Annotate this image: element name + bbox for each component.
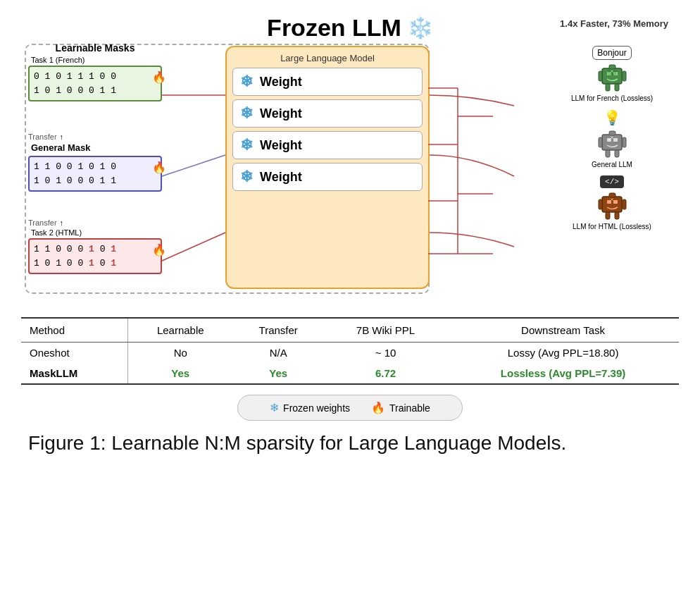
svg-rect-22 — [613, 138, 618, 142]
weight-row-1: ❄ Weight — [232, 68, 423, 96]
weight-label-2: Weight — [260, 106, 302, 121]
general-matrix: 1 1 0 0 1 0 1 0 1 0 1 0 0 0 1 1 🔥 — [28, 156, 162, 192]
task2-label: Task 2 (HTML) — [31, 228, 162, 237]
bonjour-bubble: Bonjour — [592, 46, 631, 60]
maskllm-transfer: Yes — [232, 363, 323, 384]
legend-box: ❄ Frozen weights 🔥 Trainable — [237, 395, 463, 421]
maskllm-downstream: Lossless (Avg PPL=7.39) — [447, 363, 679, 384]
french-robot-icon — [596, 61, 628, 93]
oneshot-learnable: No — [128, 343, 233, 364]
svg-rect-14 — [609, 65, 615, 69]
svg-rect-33 — [623, 199, 626, 209]
table-row-oneshot: Oneshot No N/A ~ 10 Lossy (Avg PPL=18.80… — [21, 343, 679, 364]
weight-row-3: ❄ Weight — [232, 131, 423, 159]
weight-snowflake-4: ❄ — [240, 168, 253, 186]
diagram-area: Frozen LLM ❄️ 1.4x Faster, 73% Memory La… — [21, 14, 679, 310]
figure-caption: Figure 1: Learnable N:M sparsity for Lar… — [21, 431, 679, 456]
task2-fire-icon: 🔥 — [152, 242, 166, 259]
speed-memory-label: 1.4x Faster, 73% Memory — [560, 18, 668, 29]
trainable-legend-item: 🔥 Trainable — [371, 401, 430, 414]
main-container: Frozen LLM ❄️ 1.4x Faster, 73% Memory La… — [0, 0, 700, 470]
svg-line-1 — [162, 155, 225, 176]
caption-text: Figure 1: Learnable N:M sparsity for Lar… — [28, 432, 566, 454]
col-wiki-ppl: 7B Wiki PPL — [324, 318, 447, 343]
task2-section: Transfer ↑ Task 2 (HTML) 1 1 0 0 0 1 0 1… — [28, 218, 162, 277]
weight-label-3: Weight — [260, 138, 302, 153]
task2-row2: 1 0 1 0 0 1 0 1 — [34, 258, 116, 269]
svg-rect-15 — [599, 71, 602, 81]
french-robot-item: Bonjour LLM for French (Lossless) — [549, 46, 675, 102]
table-header-row: Method Learnable Transfer 7B Wiki PPL Do… — [21, 318, 679, 343]
oneshot-transfer: N/A — [232, 343, 323, 364]
title-snowflake-icon: ❄️ — [407, 16, 433, 40]
trainable-legend-label: Trainable — [389, 402, 430, 414]
svg-rect-25 — [623, 137, 626, 147]
col-transfer: Transfer — [232, 318, 323, 343]
right-panel: Bonjour LLM for French (Lossless) — [549, 46, 675, 238]
html-robot-label: LLM for HTML (Lossless) — [573, 223, 651, 230]
general-robot-item: 💡 General LLM — [549, 109, 675, 168]
code-icon: </> — [600, 175, 624, 188]
svg-rect-18 — [615, 84, 619, 91]
weight-row-2: ❄ Weight — [232, 99, 423, 128]
lightbulb-icon: 💡 — [604, 109, 621, 126]
llm-box-title: Large Language Model — [232, 53, 423, 63]
svg-rect-35 — [615, 212, 619, 219]
general-fire-icon: 🔥 — [152, 160, 166, 177]
general-mask-title: General Mask — [31, 142, 162, 153]
transfer-arrow-1: ↑ — [60, 132, 64, 141]
weight-label-1: Weight — [260, 75, 302, 90]
task1-fire-icon: 🔥 — [152, 70, 166, 87]
oneshot-downstream: Lossy (Avg PPL=18.80) — [447, 343, 679, 364]
general-row1: 1 1 0 0 1 0 1 0 — [34, 161, 116, 172]
transfer-label-1: Transfer — [28, 132, 57, 141]
col-learnable: Learnable — [128, 318, 233, 343]
learnable-masks-title: Learnable Masks — [28, 42, 162, 54]
col-downstream: Downstream Task — [447, 318, 679, 343]
llm-box: Large Language Model ❄ Weight ❄ Weight ❄… — [225, 46, 430, 289]
general-row2: 1 0 1 0 0 0 1 1 — [34, 175, 116, 186]
maskllm-wiki-ppl: 6.72 — [324, 363, 447, 384]
task1-row2: 1 0 1 0 0 0 1 1 — [34, 85, 116, 96]
svg-rect-16 — [623, 71, 626, 81]
weight-snowflake-2: ❄ — [240, 104, 253, 123]
general-robot-icon — [596, 128, 628, 159]
maskllm-learnable: Yes — [128, 363, 233, 384]
weight-snowflake-1: ❄ — [240, 73, 253, 91]
svg-line-2 — [162, 233, 225, 261]
weight-label-4: Weight — [260, 170, 302, 185]
learnable-masks-section: Learnable Masks Task 1 (French) 0 1 0 1 … — [28, 42, 162, 104]
svg-rect-34 — [606, 212, 610, 219]
oneshot-wiki-ppl: ~ 10 — [324, 343, 447, 364]
general-robot-label: General LLM — [592, 161, 632, 168]
task1-label: Task 1 (French) — [31, 56, 162, 64]
french-robot-label: LLM for French (Lossless) — [571, 94, 653, 102]
maskllm-method: MaskLLM — [21, 363, 128, 384]
task2-matrix: 1 1 0 0 0 1 0 1 1 0 1 0 0 1 0 1 🔥 — [28, 238, 162, 274]
svg-rect-27 — [615, 150, 619, 157]
svg-rect-24 — [599, 137, 602, 147]
html-robot-icon — [596, 190, 628, 221]
frozen-legend-item: ❄ Frozen weights — [270, 401, 350, 414]
comparison-table: Method Learnable Transfer 7B Wiki PPL Do… — [21, 317, 679, 385]
svg-rect-31 — [609, 193, 615, 197]
frozen-legend-label: Frozen weights — [283, 402, 350, 414]
general-mask-section: Transfer ↑ General Mask 1 1 0 0 1 0 1 0 … — [28, 132, 162, 195]
weight-row-4: ❄ Weight — [232, 163, 423, 191]
oneshot-method: Oneshot — [21, 343, 128, 364]
trainable-fire-icon: 🔥 — [371, 401, 385, 414]
weight-snowflake-3: ❄ — [240, 136, 253, 154]
task1-row1: 0 1 0 1 1 1 0 0 — [34, 71, 116, 82]
col-method: Method — [21, 318, 128, 343]
svg-rect-30 — [613, 200, 618, 204]
html-robot-item: </> LLM for HTML (Lossless) — [549, 175, 675, 230]
transfer-arrow-2: ↑ — [60, 218, 64, 227]
transfer-label-2: Transfer — [28, 218, 57, 227]
frozen-llm-title: Frozen LLM — [267, 14, 401, 42]
task2-row1: 1 1 0 0 0 1 0 1 — [34, 244, 116, 254]
task1-matrix: 0 1 0 1 1 1 0 0 1 0 1 0 0 0 1 1 🔥 — [28, 66, 162, 101]
svg-rect-23 — [609, 131, 615, 135]
frozen-snowflake-icon: ❄ — [270, 401, 279, 414]
svg-rect-17 — [606, 84, 610, 91]
svg-rect-26 — [606, 150, 610, 157]
